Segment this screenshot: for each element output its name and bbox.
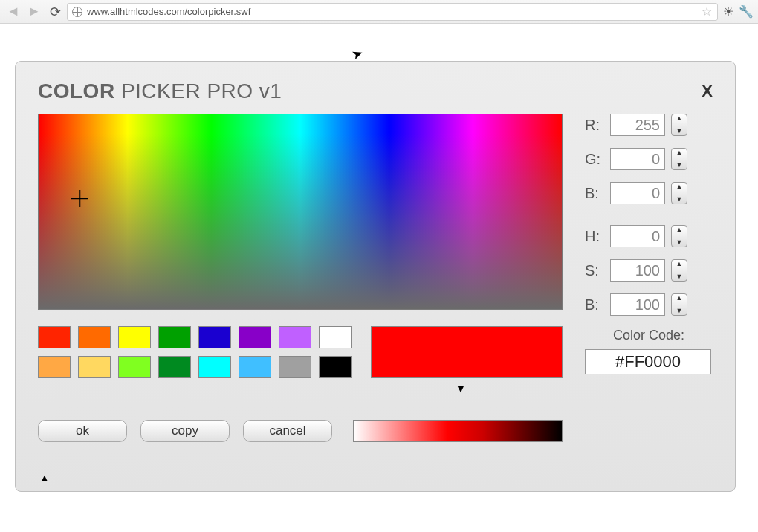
swatch[interactable]	[198, 326, 231, 348]
swatch[interactable]	[239, 326, 271, 348]
brightness-strip[interactable]	[353, 420, 563, 442]
bookmark-star-icon[interactable]: ☆	[701, 6, 713, 18]
r-input[interactable]	[610, 114, 665, 136]
color-picker-panel: COLOR PICKER PRO v1 X	[15, 61, 736, 492]
wrench-icon[interactable]: 🔧	[739, 4, 754, 19]
h-label: H:	[585, 228, 604, 245]
ok-button[interactable]: ok	[38, 420, 127, 442]
app-title: COLOR PICKER PRO v1	[38, 80, 282, 103]
swatch[interactable]	[198, 356, 231, 378]
r-spinner[interactable]: ▲▼	[671, 114, 687, 136]
swatch[interactable]	[118, 356, 151, 378]
browser-toolbar: ◄ ► ⟳ www.allhtmlcodes.com/colorpicker.s…	[0, 0, 758, 24]
swatch[interactable]	[118, 326, 151, 348]
swatch[interactable]	[319, 356, 352, 378]
swatch[interactable]	[279, 326, 311, 348]
swatch[interactable]	[239, 356, 271, 378]
back-button[interactable]: ◄	[4, 3, 22, 21]
g-spinner[interactable]: ▲▼	[671, 148, 687, 170]
b-label: B:	[585, 185, 604, 202]
swatch[interactable]	[158, 326, 191, 348]
preview-dropdown-icon[interactable]: ▼	[359, 383, 563, 395]
close-button[interactable]: X	[702, 82, 713, 101]
copy-button[interactable]: copy	[140, 420, 230, 442]
r-label: R:	[585, 117, 604, 134]
cancel-button[interactable]: cancel	[243, 420, 332, 442]
forward-button[interactable]: ►	[25, 3, 43, 21]
b-input[interactable]	[610, 182, 665, 204]
url-text: www.allhtmlcodes.com/colorpicker.swf	[87, 6, 250, 17]
color-preview	[371, 326, 563, 378]
h-spinner[interactable]: ▲▼	[671, 225, 687, 247]
swatch[interactable]	[319, 326, 352, 348]
b-spinner[interactable]: ▲▼	[671, 182, 687, 204]
swatch[interactable]	[38, 326, 71, 348]
swatch[interactable]	[158, 356, 191, 378]
h-input[interactable]	[610, 225, 665, 247]
g-input[interactable]	[610, 148, 665, 170]
reload-button[interactable]: ⟳	[46, 3, 64, 21]
swatch[interactable]	[78, 356, 111, 378]
spectrum-crosshair-icon	[71, 190, 88, 207]
address-bar[interactable]: www.allhtmlcodes.com/colorpicker.swf ☆	[67, 3, 718, 21]
extension-icon[interactable]: ☀	[721, 4, 736, 19]
color-spectrum[interactable]	[38, 114, 563, 310]
color-code-label: Color Code:	[585, 328, 713, 343]
s-label: S:	[585, 262, 604, 279]
hsb-b-label: B:	[585, 296, 604, 314]
swatch-grid: ▼	[38, 326, 563, 408]
swatch[interactable]	[38, 356, 71, 378]
s-input[interactable]	[610, 259, 665, 282]
expand-toggle-icon[interactable]: ▲	[39, 472, 50, 484]
color-code-input[interactable]	[585, 349, 711, 374]
globe-icon	[72, 7, 82, 17]
hsb-b-input[interactable]	[610, 293, 665, 316]
hsb-b-spinner[interactable]: ▲▼	[671, 293, 687, 316]
swatch[interactable]	[279, 356, 311, 378]
g-label: G:	[585, 151, 604, 168]
swatch[interactable]	[78, 326, 111, 348]
s-spinner[interactable]: ▲▼	[671, 259, 687, 282]
